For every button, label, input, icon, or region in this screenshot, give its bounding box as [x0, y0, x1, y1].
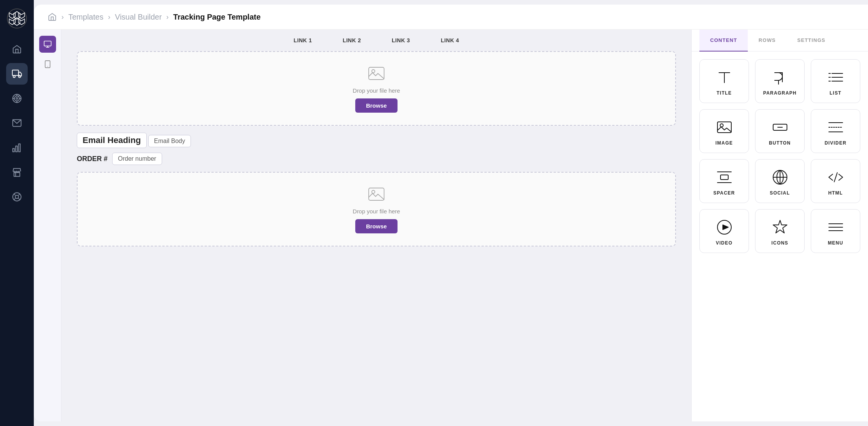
- image-placeholder-icon-1: [367, 64, 386, 83]
- email-body[interactable]: Email Body: [148, 135, 191, 147]
- html-label: HTML: [828, 190, 843, 196]
- breadcrumb-templates[interactable]: Templates: [68, 13, 103, 22]
- content-area: LINK 1 LINK 2 LINK 3 LINK 4 Drop your fi…: [34, 30, 868, 421]
- browse-btn-2[interactable]: Browse: [355, 219, 398, 233]
- svg-point-25: [15, 195, 19, 199]
- drop-zone-1-text: Drop your file here: [353, 87, 400, 94]
- content-item-title[interactable]: TITLE: [699, 59, 749, 103]
- svg-line-17: [18, 95, 19, 97]
- image-icon: [716, 119, 733, 136]
- nav-links-bar: LINK 1 LINK 2 LINK 3 LINK 4: [61, 30, 691, 51]
- browse-btn-1[interactable]: Browse: [355, 98, 398, 113]
- svg-point-38: [372, 190, 375, 193]
- svg-line-63: [834, 173, 837, 182]
- drop-zone-2[interactable]: Drop your file here Browse: [77, 172, 676, 246]
- svg-point-8: [13, 75, 15, 77]
- svg-marker-65: [723, 225, 728, 230]
- sidebar-item-support[interactable]: [6, 186, 28, 208]
- button-icon: [772, 119, 788, 136]
- icons-icon: [772, 219, 788, 236]
- image-label: IMAGE: [716, 140, 733, 146]
- spacer-label: SPACER: [713, 190, 735, 196]
- content-item-spacer[interactable]: SPACER: [699, 159, 749, 203]
- breadcrumb-home[interactable]: [48, 12, 57, 22]
- svg-rect-33: [45, 61, 50, 68]
- svg-line-27: [19, 199, 20, 200]
- panel-tab-rows[interactable]: ROWS: [748, 30, 787, 52]
- social-icon: [772, 169, 788, 186]
- svg-line-28: [14, 199, 15, 200]
- svg-rect-21: [18, 144, 20, 152]
- sidebar-item-target[interactable]: [6, 88, 28, 109]
- svg-rect-37: [369, 188, 384, 200]
- panel-tab-content[interactable]: CONTENT: [699, 30, 748, 52]
- breadcrumb-visual-builder[interactable]: Visual Builder: [115, 13, 162, 22]
- main-content: › Templates › Visual Builder › Tracking …: [34, 5, 868, 421]
- breadcrumb-sep-2: ›: [108, 13, 110, 21]
- sidebar-item-analytics[interactable]: [6, 137, 28, 158]
- panel-tab-settings[interactable]: SETTINGS: [787, 30, 836, 52]
- menu-label: MENU: [828, 240, 843, 246]
- nav-link-4[interactable]: LINK 4: [441, 37, 459, 43]
- svg-point-9: [18, 75, 20, 77]
- svg-rect-30: [44, 41, 51, 46]
- icons-label: ICONS: [771, 240, 788, 246]
- html-icon: [827, 169, 844, 186]
- svg-line-29: [19, 194, 20, 195]
- svg-point-12: [16, 98, 18, 99]
- svg-rect-22: [14, 173, 20, 176]
- email-heading[interactable]: Email Heading: [77, 133, 147, 148]
- breadcrumb-current: Tracking Page Template: [173, 13, 261, 22]
- svg-rect-58: [721, 175, 728, 180]
- svg-marker-1: [14, 12, 20, 19]
- sidebar: [0, 0, 34, 426]
- svg-rect-7: [12, 70, 18, 75]
- header: › Templates › Visual Builder › Tracking …: [34, 5, 868, 30]
- drop-zone-2-text: Drop your file here: [353, 208, 400, 215]
- svg-rect-50: [717, 122, 731, 133]
- sidebar-item-store[interactable]: [6, 161, 28, 183]
- list-label: LIST: [830, 90, 841, 96]
- canvas-content: Drop your file here Browse Email Heading…: [61, 51, 691, 421]
- sidebar-item-mail[interactable]: [6, 112, 28, 134]
- sidebar-item-home[interactable]: [6, 38, 28, 60]
- device-mobile-btn[interactable]: [39, 56, 56, 73]
- sidebar-item-delivery[interactable]: [6, 63, 28, 85]
- menu-icon: [827, 219, 844, 236]
- content-item-social[interactable]: SOCIAL: [755, 159, 805, 203]
- nav-link-1[interactable]: LINK 1: [294, 37, 312, 43]
- video-icon: [716, 219, 733, 236]
- device-bar: [34, 30, 61, 421]
- order-row: ORDER # Order number: [77, 153, 676, 165]
- nav-link-3[interactable]: LINK 3: [392, 37, 410, 43]
- device-desktop-btn[interactable]: [39, 36, 56, 53]
- drop-zone-1[interactable]: Drop your file here Browse: [77, 51, 676, 126]
- order-number-badge[interactable]: Order number: [112, 153, 162, 165]
- content-item-divider[interactable]: DIVIDER: [811, 109, 860, 153]
- spacer-icon: [716, 169, 733, 186]
- right-panel: CONTENT ROWS SETTINGS TITLE: [691, 30, 868, 421]
- logo[interactable]: [6, 8, 28, 29]
- svg-rect-19: [13, 148, 14, 152]
- content-item-video[interactable]: VIDEO: [699, 209, 749, 253]
- breadcrumb-sep-1: ›: [61, 13, 64, 21]
- title-label: TITLE: [717, 90, 732, 96]
- content-item-menu[interactable]: MENU: [811, 209, 860, 253]
- breadcrumb-sep-3: ›: [166, 13, 169, 21]
- svg-point-36: [372, 70, 375, 73]
- title-icon: [716, 69, 733, 86]
- content-item-list[interactable]: LIST: [811, 59, 860, 103]
- image-placeholder-icon-2: [367, 185, 386, 203]
- content-item-html[interactable]: HTML: [811, 159, 860, 203]
- nav-link-2[interactable]: LINK 2: [343, 37, 361, 43]
- content-item-image[interactable]: IMAGE: [699, 109, 749, 153]
- content-item-paragraph[interactable]: PARAGRAPH: [755, 59, 805, 103]
- social-label: SOCIAL: [770, 190, 790, 196]
- divider-label: DIVIDER: [825, 140, 846, 146]
- svg-rect-20: [16, 146, 17, 152]
- video-label: VIDEO: [716, 240, 732, 246]
- content-item-button[interactable]: BUTTON: [755, 109, 805, 153]
- order-label: ORDER #: [77, 155, 108, 163]
- svg-line-26: [14, 194, 15, 195]
- content-item-icons[interactable]: ICONS: [755, 209, 805, 253]
